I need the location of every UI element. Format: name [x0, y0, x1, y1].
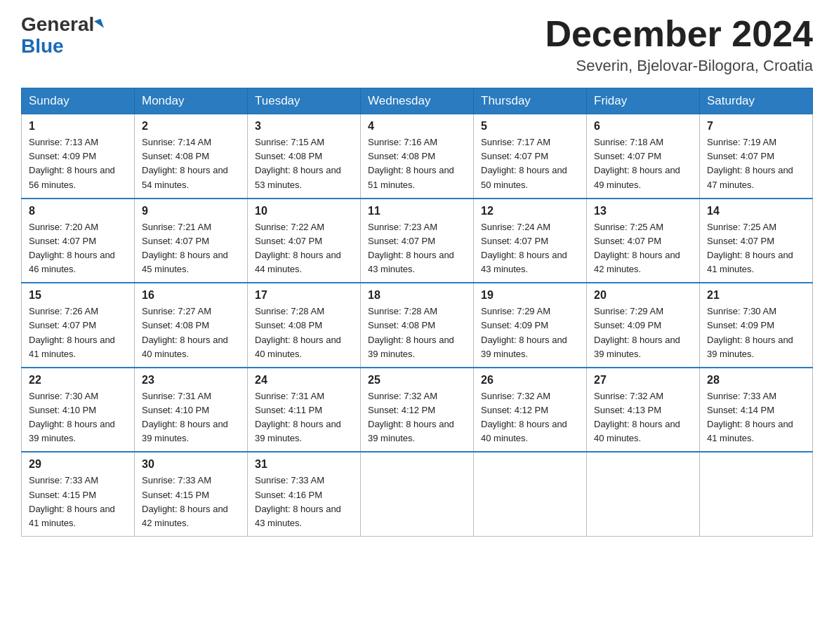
logo-arrow-icon	[94, 19, 104, 31]
day-number: 1	[29, 120, 127, 133]
title-section: December 2024 Severin, Bjelovar-Bilogora…	[545, 14, 813, 75]
calendar-day-cell: 23 Sunrise: 7:31 AMSunset: 4:10 PMDaylig…	[135, 368, 248, 452]
logo: General Blue	[21, 14, 102, 58]
day-number: 5	[481, 120, 579, 133]
page-header: General Blue December 2024 Severin, Bjel…	[21, 14, 813, 75]
calendar-day-cell: 20 Sunrise: 7:29 AMSunset: 4:09 PMDaylig…	[587, 283, 700, 368]
calendar-day-cell: 29 Sunrise: 7:33 AMSunset: 4:15 PMDaylig…	[22, 452, 135, 536]
day-info: Sunrise: 7:32 AMSunset: 4:12 PMDaylight:…	[368, 391, 454, 443]
day-info: Sunrise: 7:33 AMSunset: 4:14 PMDaylight:…	[707, 391, 793, 443]
calendar-day-cell: 19 Sunrise: 7:29 AMSunset: 4:09 PMDaylig…	[474, 283, 587, 368]
weekday-header-thursday: Thursday	[474, 88, 587, 114]
day-number: 24	[255, 374, 353, 387]
day-info: Sunrise: 7:13 AMSunset: 4:09 PMDaylight:…	[29, 137, 115, 189]
calendar-day-cell: 14 Sunrise: 7:25 AMSunset: 4:07 PMDaylig…	[700, 199, 813, 283]
day-info: Sunrise: 7:31 AMSunset: 4:11 PMDaylight:…	[255, 391, 341, 443]
calendar-day-cell: 22 Sunrise: 7:30 AMSunset: 4:10 PMDaylig…	[22, 368, 135, 452]
logo-blue-text: Blue	[21, 36, 64, 58]
day-info: Sunrise: 7:25 AMSunset: 4:07 PMDaylight:…	[594, 222, 680, 274]
day-number: 27	[594, 374, 692, 387]
day-number: 15	[29, 289, 127, 302]
calendar-day-cell: 3 Sunrise: 7:15 AMSunset: 4:08 PMDayligh…	[248, 114, 361, 199]
day-number: 10	[255, 205, 353, 217]
day-info: Sunrise: 7:17 AMSunset: 4:07 PMDaylight:…	[481, 137, 567, 189]
day-number: 4	[368, 120, 466, 133]
day-number: 31	[255, 458, 353, 471]
day-info: Sunrise: 7:27 AMSunset: 4:08 PMDaylight:…	[142, 306, 228, 358]
day-number: 6	[594, 120, 692, 133]
month-title: December 2024	[545, 14, 813, 54]
calendar-week-row: 8 Sunrise: 7:20 AMSunset: 4:07 PMDayligh…	[22, 199, 813, 283]
calendar-day-cell: 13 Sunrise: 7:25 AMSunset: 4:07 PMDaylig…	[587, 199, 700, 283]
calendar-week-row: 1 Sunrise: 7:13 AMSunset: 4:09 PMDayligh…	[22, 114, 813, 199]
day-info: Sunrise: 7:32 AMSunset: 4:12 PMDaylight:…	[481, 391, 567, 443]
calendar-day-cell: 10 Sunrise: 7:22 AMSunset: 4:07 PMDaylig…	[248, 199, 361, 283]
calendar-day-cell: 28 Sunrise: 7:33 AMSunset: 4:14 PMDaylig…	[700, 368, 813, 452]
day-number: 7	[707, 120, 805, 133]
day-number: 29	[29, 458, 127, 471]
day-number: 14	[707, 205, 805, 217]
calendar-week-row: 29 Sunrise: 7:33 AMSunset: 4:15 PMDaylig…	[22, 452, 813, 536]
day-info: Sunrise: 7:33 AMSunset: 4:15 PMDaylight:…	[29, 475, 115, 528]
day-number: 17	[255, 289, 353, 302]
calendar-day-cell	[587, 452, 700, 536]
calendar-day-cell: 30 Sunrise: 7:33 AMSunset: 4:15 PMDaylig…	[135, 452, 248, 536]
calendar-day-cell: 5 Sunrise: 7:17 AMSunset: 4:07 PMDayligh…	[474, 114, 587, 199]
day-info: Sunrise: 7:18 AMSunset: 4:07 PMDaylight:…	[594, 137, 680, 189]
day-info: Sunrise: 7:21 AMSunset: 4:07 PMDaylight:…	[142, 222, 228, 274]
day-number: 26	[481, 374, 579, 387]
day-info: Sunrise: 7:30 AMSunset: 4:10 PMDaylight:…	[29, 391, 115, 443]
calendar-week-row: 22 Sunrise: 7:30 AMSunset: 4:10 PMDaylig…	[22, 368, 813, 452]
day-number: 23	[142, 374, 240, 387]
calendar-day-cell	[700, 452, 813, 536]
weekday-header-sunday: Sunday	[22, 88, 135, 114]
day-number: 3	[255, 120, 353, 133]
weekday-header-saturday: Saturday	[700, 88, 813, 114]
day-info: Sunrise: 7:30 AMSunset: 4:09 PMDaylight:…	[707, 306, 793, 358]
day-number: 11	[368, 205, 466, 217]
calendar-day-cell: 31 Sunrise: 7:33 AMSunset: 4:16 PMDaylig…	[248, 452, 361, 536]
day-number: 30	[142, 458, 240, 471]
day-info: Sunrise: 7:24 AMSunset: 4:07 PMDaylight:…	[481, 222, 567, 274]
day-number: 20	[594, 289, 692, 302]
calendar-day-cell: 26 Sunrise: 7:32 AMSunset: 4:12 PMDaylig…	[474, 368, 587, 452]
day-info: Sunrise: 7:29 AMSunset: 4:09 PMDaylight:…	[594, 306, 680, 358]
day-info: Sunrise: 7:16 AMSunset: 4:08 PMDaylight:…	[368, 137, 454, 189]
calendar-day-cell	[474, 452, 587, 536]
day-number: 9	[142, 205, 240, 217]
day-info: Sunrise: 7:29 AMSunset: 4:09 PMDaylight:…	[481, 306, 567, 358]
calendar-day-cell: 6 Sunrise: 7:18 AMSunset: 4:07 PMDayligh…	[587, 114, 700, 199]
weekday-header-monday: Monday	[135, 88, 248, 114]
calendar-day-cell: 8 Sunrise: 7:20 AMSunset: 4:07 PMDayligh…	[22, 199, 135, 283]
day-number: 13	[594, 205, 692, 217]
day-info: Sunrise: 7:25 AMSunset: 4:07 PMDaylight:…	[707, 222, 793, 274]
day-number: 12	[481, 205, 579, 217]
day-info: Sunrise: 7:26 AMSunset: 4:07 PMDaylight:…	[29, 306, 115, 358]
day-number: 16	[142, 289, 240, 302]
day-number: 8	[29, 205, 127, 217]
weekday-header-tuesday: Tuesday	[248, 88, 361, 114]
day-info: Sunrise: 7:15 AMSunset: 4:08 PMDaylight:…	[255, 137, 341, 189]
calendar-day-cell: 9 Sunrise: 7:21 AMSunset: 4:07 PMDayligh…	[135, 199, 248, 283]
calendar-day-cell: 24 Sunrise: 7:31 AMSunset: 4:11 PMDaylig…	[248, 368, 361, 452]
calendar-day-cell: 4 Sunrise: 7:16 AMSunset: 4:08 PMDayligh…	[361, 114, 474, 199]
day-info: Sunrise: 7:31 AMSunset: 4:10 PMDaylight:…	[142, 391, 228, 443]
calendar-day-cell: 27 Sunrise: 7:32 AMSunset: 4:13 PMDaylig…	[587, 368, 700, 452]
weekday-header-friday: Friday	[587, 88, 700, 114]
calendar-day-cell: 18 Sunrise: 7:28 AMSunset: 4:08 PMDaylig…	[361, 283, 474, 368]
day-number: 21	[707, 289, 805, 302]
calendar-day-cell: 21 Sunrise: 7:30 AMSunset: 4:09 PMDaylig…	[700, 283, 813, 368]
day-info: Sunrise: 7:23 AMSunset: 4:07 PMDaylight:…	[368, 222, 454, 274]
day-number: 2	[142, 120, 240, 133]
calendar-day-cell: 2 Sunrise: 7:14 AMSunset: 4:08 PMDayligh…	[135, 114, 248, 199]
day-number: 25	[368, 374, 466, 387]
day-info: Sunrise: 7:32 AMSunset: 4:13 PMDaylight:…	[594, 391, 680, 443]
calendar-table: SundayMondayTuesdayWednesdayThursdayFrid…	[21, 88, 813, 537]
day-info: Sunrise: 7:28 AMSunset: 4:08 PMDaylight:…	[255, 306, 341, 358]
day-info: Sunrise: 7:14 AMSunset: 4:08 PMDaylight:…	[142, 137, 228, 189]
day-info: Sunrise: 7:19 AMSunset: 4:07 PMDaylight:…	[707, 137, 793, 189]
calendar-day-cell: 1 Sunrise: 7:13 AMSunset: 4:09 PMDayligh…	[22, 114, 135, 199]
location-title: Severin, Bjelovar-Bilogora, Croatia	[545, 57, 813, 75]
day-info: Sunrise: 7:33 AMSunset: 4:15 PMDaylight:…	[142, 475, 228, 528]
day-info: Sunrise: 7:33 AMSunset: 4:16 PMDaylight:…	[255, 475, 341, 528]
